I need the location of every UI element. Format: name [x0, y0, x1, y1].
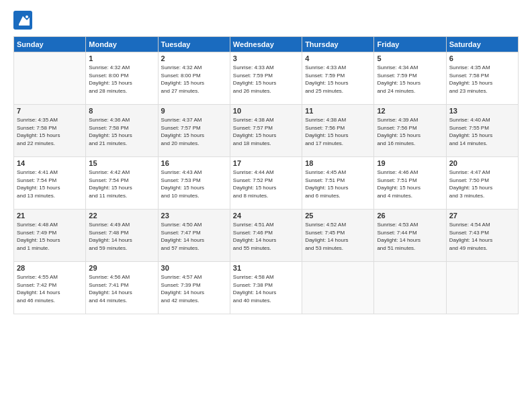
day-number: 3 [233, 54, 299, 62]
calendar-cell: 26Sunrise: 4:53 AM Sunset: 7:44 PM Dayli… [374, 210, 446, 262]
page: SundayMondayTuesdayWednesdayThursdayFrid… [0, 0, 532, 411]
calendar-cell: 24Sunrise: 4:51 AM Sunset: 7:46 PM Dayli… [230, 210, 302, 262]
day-number: 19 [377, 159, 443, 167]
calendar-cell: 15Sunrise: 4:42 AM Sunset: 7:54 PM Dayli… [86, 157, 158, 210]
calendar-header-row: SundayMondayTuesdayWednesdayThursdayFrid… [14, 37, 519, 52]
day-info: Sunrise: 4:35 AM Sunset: 7:58 PM Dayligh… [449, 64, 515, 95]
calendar-cell: 16Sunrise: 4:43 AM Sunset: 7:53 PM Dayli… [158, 157, 230, 210]
day-number: 27 [449, 212, 515, 220]
calendar-cell [14, 52, 86, 105]
day-info: Sunrise: 4:58 AM Sunset: 7:38 PM Dayligh… [233, 273, 299, 304]
calendar-cell: 8Sunrise: 4:36 AM Sunset: 7:58 PM Daylig… [86, 105, 158, 157]
day-number: 22 [89, 212, 154, 220]
day-number: 2 [161, 54, 227, 62]
calendar-cell: 30Sunrise: 4:57 AM Sunset: 7:39 PM Dayli… [158, 262, 230, 314]
day-info: Sunrise: 4:38 AM Sunset: 7:57 PM Dayligh… [233, 116, 299, 147]
col-header-wednesday: Wednesday [230, 37, 302, 52]
week-row-5: 28Sunrise: 4:55 AM Sunset: 7:42 PM Dayli… [14, 262, 519, 314]
calendar-cell: 18Sunrise: 4:45 AM Sunset: 7:51 PM Dayli… [302, 157, 374, 210]
col-header-sunday: Sunday [14, 37, 86, 52]
calendar-cell [302, 262, 374, 314]
day-number: 15 [89, 159, 154, 167]
day-info: Sunrise: 4:54 AM Sunset: 7:43 PM Dayligh… [449, 221, 515, 252]
day-info: Sunrise: 4:52 AM Sunset: 7:45 PM Dayligh… [305, 221, 371, 252]
day-number: 11 [305, 107, 371, 115]
day-info: Sunrise: 4:39 AM Sunset: 7:56 PM Dayligh… [377, 116, 443, 147]
calendar-cell: 11Sunrise: 4:38 AM Sunset: 7:56 PM Dayli… [302, 105, 374, 157]
day-number: 17 [233, 159, 299, 167]
calendar-cell: 14Sunrise: 4:41 AM Sunset: 7:54 PM Dayli… [14, 157, 86, 210]
day-info: Sunrise: 4:36 AM Sunset: 7:58 PM Dayligh… [89, 116, 154, 147]
calendar: SundayMondayTuesdayWednesdayThursdayFrid… [13, 36, 519, 314]
header [13, 11, 519, 30]
day-number: 30 [161, 264, 227, 272]
day-info: Sunrise: 4:56 AM Sunset: 7:41 PM Dayligh… [89, 273, 154, 304]
calendar-cell: 23Sunrise: 4:50 AM Sunset: 7:47 PM Dayli… [158, 210, 230, 262]
day-number: 28 [17, 264, 83, 272]
day-number: 10 [233, 107, 299, 115]
col-header-friday: Friday [374, 37, 446, 52]
calendar-cell: 20Sunrise: 4:47 AM Sunset: 7:50 PM Dayli… [446, 157, 518, 210]
day-number: 25 [305, 212, 371, 220]
day-number: 14 [17, 159, 83, 167]
svg-point-2 [26, 15, 28, 18]
logo [13, 11, 35, 30]
calendar-cell: 6Sunrise: 4:35 AM Sunset: 7:58 PM Daylig… [446, 52, 518, 105]
day-info: Sunrise: 4:41 AM Sunset: 7:54 PM Dayligh… [17, 169, 83, 199]
day-info: Sunrise: 4:51 AM Sunset: 7:46 PM Dayligh… [233, 221, 299, 252]
calendar-cell: 25Sunrise: 4:52 AM Sunset: 7:45 PM Dayli… [302, 210, 374, 262]
day-info: Sunrise: 4:38 AM Sunset: 7:56 PM Dayligh… [305, 116, 371, 147]
day-info: Sunrise: 4:42 AM Sunset: 7:54 PM Dayligh… [89, 169, 154, 199]
calendar-cell: 3Sunrise: 4:33 AM Sunset: 7:59 PM Daylig… [230, 52, 302, 105]
day-info: Sunrise: 4:53 AM Sunset: 7:44 PM Dayligh… [377, 221, 443, 252]
calendar-cell [446, 262, 518, 314]
week-row-3: 14Sunrise: 4:41 AM Sunset: 7:54 PM Dayli… [14, 157, 519, 210]
day-number: 6 [449, 54, 515, 62]
calendar-cell: 27Sunrise: 4:54 AM Sunset: 7:43 PM Dayli… [446, 210, 518, 262]
calendar-cell: 9Sunrise: 4:37 AM Sunset: 7:57 PM Daylig… [158, 105, 230, 157]
day-info: Sunrise: 4:46 AM Sunset: 7:51 PM Dayligh… [377, 169, 443, 199]
calendar-cell: 22Sunrise: 4:49 AM Sunset: 7:48 PM Dayli… [86, 210, 158, 262]
week-row-2: 7Sunrise: 4:35 AM Sunset: 7:58 PM Daylig… [14, 105, 519, 157]
day-info: Sunrise: 4:55 AM Sunset: 7:42 PM Dayligh… [17, 273, 83, 304]
day-info: Sunrise: 4:32 AM Sunset: 8:00 PM Dayligh… [161, 64, 227, 95]
week-row-4: 21Sunrise: 4:48 AM Sunset: 7:49 PM Dayli… [14, 210, 519, 262]
week-row-1: 1Sunrise: 4:32 AM Sunset: 8:00 PM Daylig… [14, 52, 519, 105]
day-info: Sunrise: 4:50 AM Sunset: 7:47 PM Dayligh… [161, 221, 227, 252]
logo-icon [13, 11, 32, 30]
day-number: 7 [17, 107, 83, 115]
calendar-cell: 10Sunrise: 4:38 AM Sunset: 7:57 PM Dayli… [230, 105, 302, 157]
calendar-cell: 5Sunrise: 4:34 AM Sunset: 7:59 PM Daylig… [374, 52, 446, 105]
day-number: 18 [305, 159, 371, 167]
day-number: 8 [89, 107, 154, 115]
day-info: Sunrise: 4:57 AM Sunset: 7:39 PM Dayligh… [161, 273, 227, 304]
day-number: 4 [305, 54, 371, 62]
day-info: Sunrise: 4:49 AM Sunset: 7:48 PM Dayligh… [89, 221, 154, 252]
calendar-cell: 7Sunrise: 4:35 AM Sunset: 7:58 PM Daylig… [14, 105, 86, 157]
calendar-cell: 17Sunrise: 4:44 AM Sunset: 7:52 PM Dayli… [230, 157, 302, 210]
calendar-cell: 28Sunrise: 4:55 AM Sunset: 7:42 PM Dayli… [14, 262, 86, 314]
col-header-thursday: Thursday [302, 37, 374, 52]
calendar-cell: 31Sunrise: 4:58 AM Sunset: 7:38 PM Dayli… [230, 262, 302, 314]
day-info: Sunrise: 4:37 AM Sunset: 7:57 PM Dayligh… [161, 116, 227, 147]
col-header-tuesday: Tuesday [158, 37, 230, 52]
day-info: Sunrise: 4:47 AM Sunset: 7:50 PM Dayligh… [449, 169, 515, 199]
day-number: 29 [89, 264, 154, 272]
day-number: 9 [161, 107, 227, 115]
calendar-cell: 13Sunrise: 4:40 AM Sunset: 7:55 PM Dayli… [446, 105, 518, 157]
calendar-cell: 12Sunrise: 4:39 AM Sunset: 7:56 PM Dayli… [374, 105, 446, 157]
day-number: 12 [377, 107, 443, 115]
calendar-cell: 4Sunrise: 4:33 AM Sunset: 7:59 PM Daylig… [302, 52, 374, 105]
day-number: 16 [161, 159, 227, 167]
day-number: 24 [233, 212, 299, 220]
day-number: 20 [449, 159, 515, 167]
calendar-cell [374, 262, 446, 314]
day-info: Sunrise: 4:45 AM Sunset: 7:51 PM Dayligh… [305, 169, 371, 199]
day-info: Sunrise: 4:48 AM Sunset: 7:49 PM Dayligh… [17, 221, 83, 252]
day-info: Sunrise: 4:32 AM Sunset: 8:00 PM Dayligh… [89, 64, 154, 95]
day-info: Sunrise: 4:35 AM Sunset: 7:58 PM Dayligh… [17, 116, 83, 147]
calendar-cell: 19Sunrise: 4:46 AM Sunset: 7:51 PM Dayli… [374, 157, 446, 210]
calendar-cell: 1Sunrise: 4:32 AM Sunset: 8:00 PM Daylig… [86, 52, 158, 105]
day-info: Sunrise: 4:34 AM Sunset: 7:59 PM Dayligh… [377, 64, 443, 95]
day-number: 13 [449, 107, 515, 115]
